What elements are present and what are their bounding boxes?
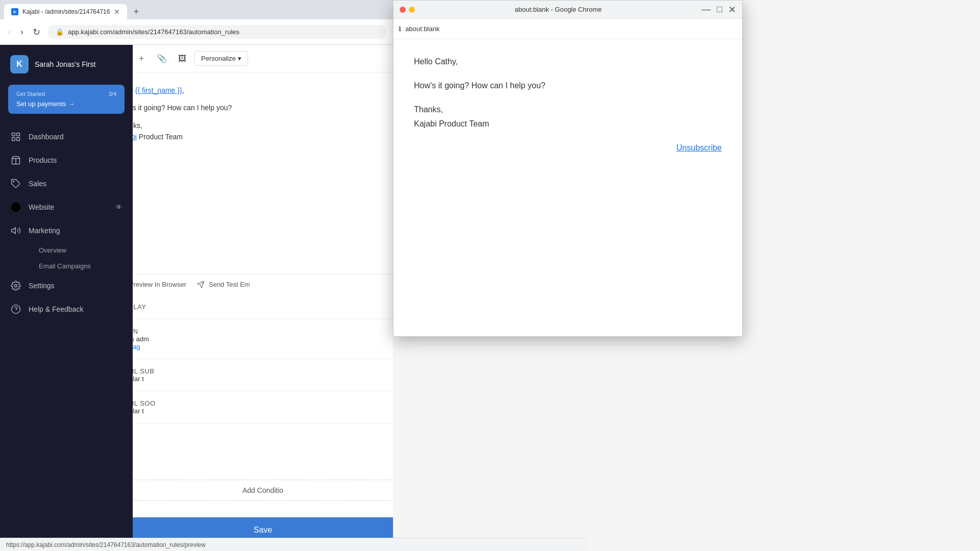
window-controls [400, 7, 415, 13]
email-line1: How's it going? How can I help you? [133, 102, 393, 113]
window-close-btn[interactable]: ✕ [728, 4, 736, 15]
sidebar-item-help[interactable]: Help & Feedback [0, 297, 133, 321]
sidebar-item-label: Marketing [29, 227, 60, 235]
chevron-down-icon: ▾ [238, 55, 241, 62]
preview-line1: How's it going? How can I help you? [414, 79, 722, 92]
svg-rect-3 [17, 138, 20, 141]
svg-point-6 [13, 181, 14, 182]
new-tab-button[interactable]: + [129, 5, 143, 19]
attachment-button[interactable]: 📎 [154, 51, 170, 66]
window-minimize-btn[interactable]: — [701, 4, 710, 15]
question-icon [10, 304, 21, 315]
website-row-left: Website [10, 202, 54, 213]
preview-thanks: Thanks, Kajabi Product Team [414, 103, 722, 130]
email-sub-section: Email sub Regular t [133, 359, 393, 391]
sidebar: K Sarah Jonas's First Get Started 3/4 Se… [0, 45, 133, 551]
back-button[interactable]: ‹ [6, 24, 13, 39]
tab-title: Kajabi - /admin/sites/214764716 [22, 8, 110, 15]
cta-link[interactable]: Set up payments → [16, 100, 116, 108]
sidebar-item-dashboard[interactable]: Dashboard [0, 125, 133, 148]
preview-browser-button[interactable]: Preview In Browser [133, 281, 186, 289]
send-test-label: Send Test Em [209, 281, 250, 288]
personalize-dropdown[interactable]: Personalize ▾ [194, 51, 248, 66]
tab-bar: K Kajabi - /admin/sites/214764716 ✕ + [0, 0, 393, 19]
email-sub-label: Email sub [133, 367, 393, 375]
grid-icon [10, 131, 21, 142]
preview-signature: Kajabi Product Team [414, 119, 489, 128]
logo-icon: K [10, 55, 29, 73]
megaphone-icon [10, 225, 21, 236]
preview-browser-window: about:blank - Google Chrome — □ ✕ ℹ abou… [393, 0, 743, 337]
when-label: When [133, 328, 393, 335]
preview-label: Preview In Browser [133, 281, 186, 288]
add-condition-button[interactable]: Add Conditio [133, 480, 393, 501]
preview-greeting: Hello Cathy, [414, 55, 722, 68]
modal-overlay: 🔗 ＋ 📎 🖼 Personalize ▾ ⤢ Hello {{ first_n… [133, 45, 393, 551]
preview-titlebar: about:blank - Google Chrome — □ ✕ [394, 1, 742, 19]
preview-bar: Preview In Browser Send Test Em [133, 274, 393, 295]
svg-rect-1 [17, 133, 20, 136]
window-restore-btn[interactable]: □ [717, 4, 722, 15]
preview-window-title: about:blank - Google Chrome [419, 6, 697, 13]
marketing-submenu: Overview Email Campaigns [0, 242, 133, 274]
forward-button[interactable]: › [18, 24, 26, 39]
sidebar-item-marketing[interactable]: Marketing [0, 219, 133, 242]
sidebar-item-products[interactable]: Products [0, 148, 133, 172]
site-name: Sarah Jonas's First [35, 60, 95, 68]
preview-url[interactable]: about:blank [405, 25, 737, 33]
lock-icon: 🔒 [56, 28, 64, 36]
add-button[interactable]: ＋ [134, 50, 149, 67]
eye-icon[interactable]: 👁 [115, 203, 122, 211]
url-text: app.kajabi.com/admin/sites/2147647163/au… [68, 28, 239, 36]
sidebar-item-sales[interactable]: Sales [0, 172, 133, 195]
email-soo-value: Regular t [133, 407, 393, 415]
display-section: Display [133, 295, 393, 319]
sidebar-subitem-overview[interactable]: Overview [29, 242, 133, 258]
tag-value: new tag [133, 343, 393, 350]
email-thanks: Thanks,Kajabi Product Team [133, 120, 393, 143]
sidebar-item-label: Help & Feedback [29, 305, 83, 313]
svg-point-10 [15, 285, 17, 287]
svg-marker-9 [12, 228, 16, 234]
main-content: Autom... Display When Tag is adm new tag… [133, 45, 393, 551]
cta-progress: 3/4 [109, 91, 116, 97]
close-button[interactable] [400, 7, 406, 13]
gear-icon [10, 280, 21, 291]
tab-favicon: K [11, 8, 18, 15]
sidebar-subitem-email-campaigns[interactable]: Email Campaigns [29, 258, 133, 274]
preview-email-body: Hello Cathy, How's it going? How can I h… [394, 39, 742, 336]
address-bar: ‹ › ↻ 🔒 app.kajabi.com/admin/sites/21476… [0, 19, 393, 45]
sidebar-item-settings[interactable]: Settings [0, 274, 133, 297]
tab-close-button[interactable]: ✕ [114, 8, 120, 16]
sidebar-logo: K Sarah Jonas's First [0, 45, 133, 79]
sidebar-item-label: Settings [29, 282, 55, 290]
email-soo-label: Email soo [133, 399, 393, 407]
sidebar-nav: Dashboard Products Sales [0, 120, 133, 551]
reload-button[interactable]: ↻ [31, 24, 42, 40]
url-field[interactable]: 🔒 app.kajabi.com/admin/sites/2147647163/… [47, 25, 387, 39]
personalize-label: Personalize [201, 55, 236, 62]
image-button[interactable]: 🖼 [175, 51, 189, 66]
send-icon [197, 281, 205, 289]
email-body[interactable]: Hello {{ first_name }}, How's it going? … [133, 72, 393, 274]
sidebar-item-website[interactable]: Website 👁 [0, 195, 133, 219]
preview-thanks-word: Thanks, [414, 105, 443, 114]
email-toolbar: 🔗 ＋ 📎 🖼 Personalize ▾ ⤢ [133, 45, 393, 72]
svg-point-11 [12, 305, 20, 314]
preview-address-bar: ℹ about:blank [394, 19, 742, 39]
kajabi-link: Kajabi [133, 133, 137, 141]
unsubscribe-link[interactable]: Unsubscribe [676, 143, 722, 152]
send-test-button[interactable]: Send Test Em [197, 281, 250, 289]
box-icon [10, 155, 21, 166]
info-icon: ℹ [399, 25, 401, 33]
cta-label: Get Started [16, 91, 45, 97]
tag-icon [10, 178, 21, 189]
minimize-button[interactable] [409, 7, 415, 13]
sidebar-cta[interactable]: Get Started 3/4 Set up payments → [8, 85, 125, 114]
email-sub-value: Regular t [133, 375, 393, 383]
email-greeting: Hello {{ first_name }}, [133, 85, 393, 96]
window-buttons: — □ ✕ [701, 4, 736, 15]
sidebar-item-label: Website [29, 203, 54, 211]
active-tab[interactable]: K Kajabi - /admin/sites/214764716 ✕ [4, 4, 127, 19]
modal-sections: Display When Tag is adm new tag Email su… [133, 295, 393, 472]
